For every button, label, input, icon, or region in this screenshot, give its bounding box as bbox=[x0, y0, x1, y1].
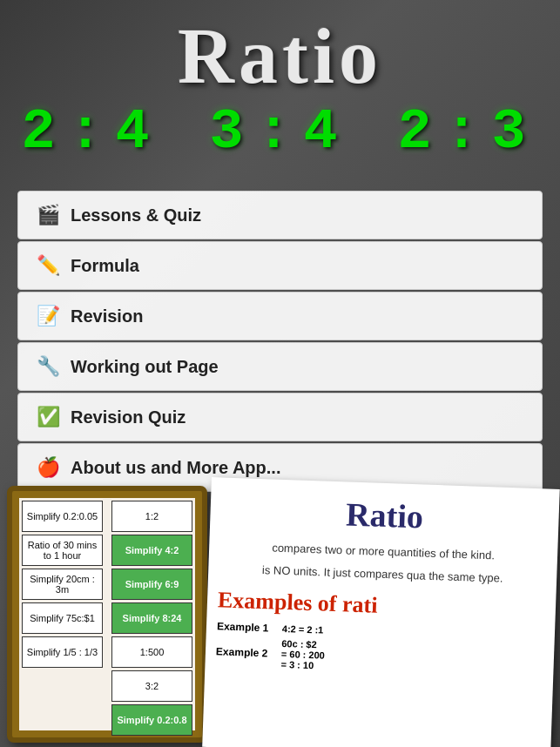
menu-item-lessons-quiz[interactable]: 🎬 Lessons & Quiz bbox=[17, 191, 543, 239]
quiz-cell: Simplify 1/5 : 1/3 bbox=[22, 636, 103, 668]
quiz-cell: 3:2 bbox=[111, 670, 192, 702]
menu-label-revision-quiz: Revision Quiz bbox=[71, 407, 186, 427]
menu-icon-revision: 📝 bbox=[36, 305, 60, 327]
menu-label-about: About us and More App... bbox=[71, 458, 280, 478]
quiz-cell: 1:2 bbox=[111, 501, 192, 532]
app-title: Ratio bbox=[0, 17, 560, 96]
menu-icon-formula: ✏️ bbox=[36, 254, 60, 277]
info-card-title: Ratio bbox=[220, 490, 549, 540]
quiz-card: Simplify 0.2:0.05Ratio of 30 mins to 1 h… bbox=[7, 486, 207, 743]
menu-container: 🎬 Lessons & Quiz ✏️ Formula 📝 Revision 🔧… bbox=[17, 191, 543, 492]
quiz-cell: 1:500 bbox=[111, 636, 192, 668]
menu-label-working-out: Working out Page bbox=[71, 357, 219, 377]
quiz-cell: Simplify 0.2:0.05 bbox=[22, 501, 103, 532]
examples-title: Examples of rati bbox=[218, 587, 546, 624]
quiz-cell: Simplify 8:24 bbox=[111, 602, 192, 634]
quiz-cell: Ratio of 30 mins to 1 hour bbox=[22, 535, 103, 566]
menu-item-formula[interactable]: ✏️ Formula bbox=[17, 241, 543, 290]
example-2-val: 60c : $2 = 60 : 200 = 3 : 10 bbox=[280, 638, 325, 671]
menu-icon-lessons-quiz: 🎬 bbox=[36, 204, 60, 226]
quiz-cell: Simplify 4:2 bbox=[111, 535, 192, 566]
ratio-subtitle: 2:4 3:4 2:3 bbox=[0, 100, 560, 165]
quiz-cell: Simplify 20cm : 3m bbox=[22, 569, 103, 600]
menu-label-lessons-quiz: Lessons & Quiz bbox=[71, 205, 201, 225]
quiz-cell: Simplify 75c:$1 bbox=[22, 602, 103, 634]
example-1-val: 4:2 = 2 :1 bbox=[282, 623, 324, 636]
info-card: Ratio compares two or more quantities of… bbox=[202, 477, 560, 747]
menu-label-formula: Formula bbox=[71, 256, 139, 276]
menu-icon-revision-quiz: ✅ bbox=[36, 406, 60, 428]
menu-label-revision: Revision bbox=[71, 306, 143, 326]
bottom-overlay: Simplify 0.2:0.05Ratio of 30 mins to 1 h… bbox=[0, 477, 560, 747]
menu-icon-about: 🍎 bbox=[36, 456, 60, 479]
quiz-right-col: 1:2Simplify 4:2Simplify 6:9Simplify 8:24… bbox=[109, 498, 195, 730]
quiz-cell: Simplify 0.2:0.8 bbox=[111, 704, 192, 736]
menu-item-revision-quiz[interactable]: ✅ Revision Quiz bbox=[17, 393, 543, 441]
quiz-left-col: Simplify 0.2:0.05Ratio of 30 mins to 1 h… bbox=[19, 498, 105, 730]
menu-item-revision[interactable]: 📝 Revision bbox=[17, 292, 543, 340]
menu-item-working-out[interactable]: 🔧 Working out Page bbox=[17, 342, 543, 391]
example-2-label: Example 2 bbox=[216, 645, 273, 659]
quiz-cell: Simplify 6:9 bbox=[111, 569, 192, 600]
menu-icon-working-out: 🔧 bbox=[36, 355, 60, 378]
title-area: Ratio 2:4 3:4 2:3 bbox=[0, 0, 560, 165]
example-1-label: Example 1 bbox=[217, 620, 273, 634]
example-2-row: Example 2 60c : $2 = 60 : 200 = 3 : 10 bbox=[215, 636, 543, 678]
